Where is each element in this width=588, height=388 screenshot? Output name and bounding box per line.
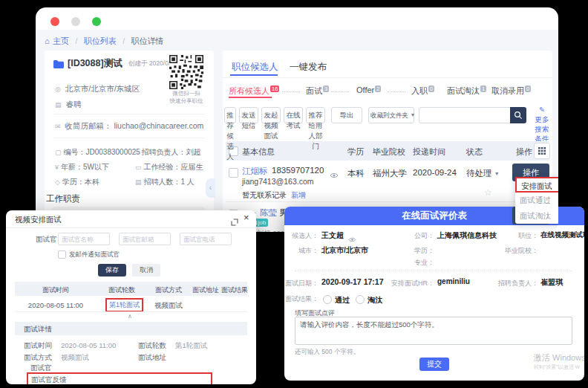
interview-round-link[interactable]: 第1轮面试 [105, 298, 143, 312]
count-badge: 3 [323, 85, 329, 92]
column-header-school: 毕业院校 [373, 146, 405, 158]
dotted-separator [331, 91, 349, 92]
detail-feedback-label: 面试官反馈 [31, 375, 67, 384]
interviewer-phone-input[interactable] [180, 233, 232, 245]
close-dialog-icon[interactable]: × [244, 212, 249, 223]
breadcrumb: ⌂ 主页 / 职位列表 / 职位详情 [45, 33, 163, 47]
interview-detail-title: 面试详情 [24, 325, 52, 334]
window-zoom-dot[interactable] [92, 17, 101, 26]
candidate-apply-date: 2020-09-24 [413, 168, 457, 177]
window-minimize-dot[interactable] [71, 17, 80, 26]
detail-round-value: 第1轮面试 [175, 341, 207, 351]
header-interview-time: 面试时间 [15, 285, 97, 295]
salary-value: 5W以下 [83, 163, 109, 171]
start-video-interview-button[interactable]: 发起视频面试 [261, 107, 281, 123]
job-id-value: JD00383000025 [86, 148, 140, 156]
experience-label: 工作经验： [144, 163, 181, 171]
windows-activation-watermark: 激活 Windows 转到“设置”以激活 W [534, 352, 584, 371]
candidate-search-input[interactable] [419, 107, 511, 123]
degree-label: 学历： [62, 178, 85, 186]
divider [53, 138, 205, 138]
recruiter-value: 崔盟琪 [540, 277, 563, 288]
more-search-filters-button[interactable]: ✎更多搜索条件 [533, 105, 551, 143]
degree-label: 学历： [381, 246, 434, 256]
export-button[interactable]: 导出 [331, 107, 362, 123]
interview-date-label: 面试日期： [284, 279, 318, 288]
menu-item-schedule-interview[interactable]: 安排面试 [515, 177, 558, 193]
star-icon[interactable]: ☆ [484, 187, 492, 198]
recommend-candidate-button[interactable]: 推荐候选人 [224, 107, 236, 123]
breadcrumb-separator: / [122, 37, 125, 45]
subtab-interview[interactable]: 面试3 [306, 85, 329, 97]
company-icon: ▤ [55, 101, 62, 109]
active-tab-underline [230, 74, 278, 76]
recommend-to-dept-button[interactable]: 推荐给用人部门 [306, 107, 325, 123]
candidate-status-dropdown[interactable]: 待处理 ▼ [466, 168, 500, 179]
submit-button[interactable]: 提交 [419, 358, 449, 371]
tab-job-candidates[interactable]: 职位候选人 [232, 61, 278, 74]
menu-item-interview-pass[interactable]: 面试通过 [515, 193, 558, 208]
save-button[interactable]: 保存 [98, 264, 126, 277]
collapse-chevron-icon[interactable]: ∧ [128, 313, 132, 320]
dotted-separator [282, 91, 300, 92]
view-resume-eye-icon[interactable] [330, 168, 339, 181]
cancel-button[interactable]: 取消 [132, 264, 160, 277]
column-header-info: 基本信息 [242, 146, 275, 158]
count-badge: 16 [270, 85, 279, 92]
remaining-chars-text: 还可输入 500 个字符。 [295, 348, 359, 357]
row-checkbox[interactable] [229, 168, 238, 178]
search-icon [514, 111, 523, 120]
experience-icon: ▭ [135, 164, 142, 171]
menu-item-interview-reject[interactable]: 面试淘汰 [515, 208, 558, 224]
tab-one-click-publish[interactable]: 一键发布 [290, 61, 327, 74]
candidate-name-link[interactable]: 江烟标 [242, 166, 268, 177]
subtab-offer-cancelled[interactable]: 取消录用0 [491, 85, 531, 97]
header-interview-result: 面试结果 [220, 285, 249, 295]
header-interview-method: 面试方式 [147, 285, 190, 295]
breadcrumb-home[interactable]: 主页 [53, 36, 69, 45]
interviewer-name-input[interactable] [58, 233, 110, 245]
recruiter-label: 招聘负责人： [498, 279, 538, 288]
job-company: 睿聘 [65, 100, 81, 109]
window-content: ⌂ 主页 / 职位列表 / 职位详情 [ID3088]测试 创建于 2020/0… [36, 30, 558, 232]
result-fail-radio[interactable]: 淘汰 [356, 292, 382, 305]
major-label: 专业： [381, 258, 434, 268]
job-detail-panel: [ID3088]测试 创建于 2020/03 微信扫一扫 快速分享职位 ◎ 北京… [45, 51, 214, 232]
comment-textarea[interactable] [295, 317, 572, 345]
active-subtab-underline [229, 97, 272, 98]
favorite-folder-dropdown[interactable]: 收藏到文件夹 ▼ [368, 107, 414, 123]
action-dropdown-menu: 安排面试 面试通过 面试淘汰 [515, 177, 558, 224]
app-window: ⌂ 主页 / 职位列表 / 职位详情 [ID3088]测试 创建于 2020/0… [36, 7, 558, 232]
schedule-interview-dialog: 视频安排面试 × 面试官 发邮件通知面试官 保存 取消 面试时间 面试轮数 面试… [6, 210, 256, 384]
qr-code [169, 55, 203, 92]
breadcrumb-jobs[interactable]: 职位列表 [84, 36, 117, 45]
column-settings-button[interactable] [534, 143, 550, 159]
job-id-icon: ▢ [55, 149, 62, 156]
dotted-separator [388, 91, 405, 92]
window-close-dot[interactable] [50, 17, 59, 26]
row-divider [226, 201, 549, 202]
headcount-value: 1 人 [181, 178, 195, 186]
detail-address-label: 面试地址 [138, 353, 166, 363]
subtab-onboard[interactable]: 入职0 [411, 85, 434, 97]
view-resume-eye-icon[interactable] [348, 232, 356, 245]
candidate-email: jiang7413@163.com [242, 177, 313, 186]
no-contact-record-text: 暂无联系记录 [242, 190, 287, 201]
dialog-title: 视频安排面试 [15, 215, 62, 225]
online-exam-button[interactable]: 在线考试 [284, 107, 303, 123]
collapse-panel-handle[interactable]: ‹ [206, 178, 215, 198]
interviewer-email-input[interactable] [119, 233, 171, 245]
candidate-name-link[interactable]: 陈莹 [260, 207, 277, 219]
candidate-value: 王文超 [321, 230, 344, 241]
chevron-left-icon: ‹ [209, 184, 212, 192]
result-pass-radio[interactable]: 通过 [323, 292, 350, 305]
subtab-interview-rejected[interactable]: 面试淘汰1 [447, 85, 486, 97]
recruiter-label: 招聘负责人： [141, 148, 186, 156]
search-button[interactable] [510, 107, 526, 123]
notify-checkbox[interactable] [58, 250, 66, 259]
job-id-label: 编号： [64, 148, 86, 156]
add-contact-record-link[interactable]: 新增 [291, 190, 306, 201]
subtab-all-candidates[interactable]: 所有候选人16 [229, 85, 279, 97]
subtab-offer[interactable]: Offer2 [356, 85, 381, 94]
send-sms-button[interactable]: 发送短信 [239, 107, 258, 123]
